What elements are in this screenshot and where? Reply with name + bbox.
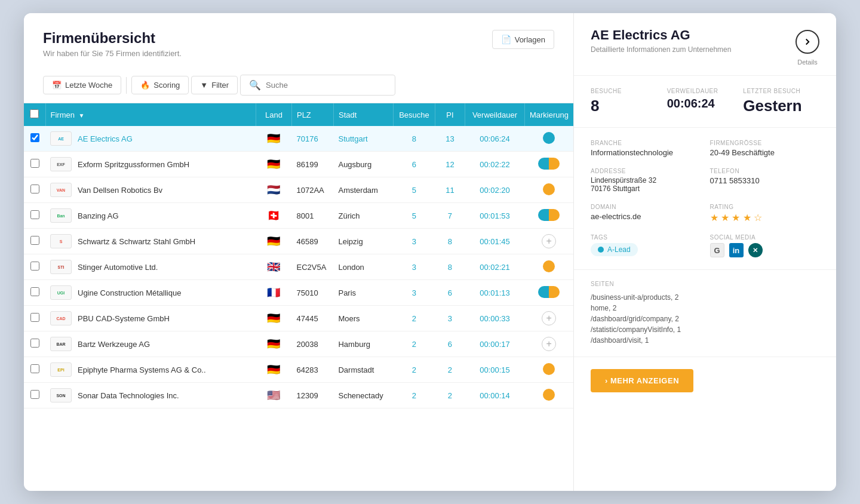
tag-dot <box>598 247 604 253</box>
toggle-icon[interactable] <box>538 286 560 298</box>
th-firmen[interactable]: Firmen ▼ <box>45 103 256 126</box>
letzte-woche-button[interactable]: 📅 Letzte Woche <box>43 76 121 94</box>
search-input[interactable] <box>266 81 386 90</box>
row-verweildauer-cell: 00:02:21 <box>465 254 524 280</box>
toggle-icon[interactable] <box>538 158 560 170</box>
row-pi-cell: 12 <box>435 152 465 177</box>
row-besuche-cell: 3 <box>393 280 435 306</box>
xing-icon[interactable]: ✕ <box>748 243 763 257</box>
row-markierung-cell[interactable]: + <box>524 306 573 331</box>
row-pi-cell: 8 <box>435 254 465 280</box>
row-markierung-cell[interactable] <box>524 126 573 152</box>
info-telefon: TELEFON 0711 5853310 <box>710 168 820 193</box>
detail-link[interactable]: Details <box>797 59 818 66</box>
row-stadt-cell: Augsburg <box>333 152 393 177</box>
firmengroesse-label: FIRMENGRÖSSE <box>710 140 820 146</box>
row-markierung-cell[interactable] <box>524 357 573 383</box>
toolbar: 📅 Letzte Woche 🔥 Scoring ▼ Filter 🔍 <box>24 67 573 103</box>
select-all-checkbox[interactable] <box>30 109 39 118</box>
row-checkbox[interactable] <box>30 364 39 373</box>
row-markierung-cell[interactable]: + <box>524 229 573 254</box>
row-besuche-cell: 3 <box>393 229 435 254</box>
table-row: SONSonar Data Technologies Inc.🇺🇸12309Sc… <box>24 383 573 408</box>
row-markierung-cell[interactable] <box>524 383 573 408</box>
row-stadt-cell: Leipzig <box>333 229 393 254</box>
row-stadt-cell: Zürich <box>333 203 393 229</box>
row-checkbox[interactable] <box>30 133 39 142</box>
row-flag-cell: 🇩🇪 <box>256 229 291 254</box>
row-flag-cell: 🇩🇪 <box>256 126 291 152</box>
plus-circle-icon[interactable]: + <box>542 311 556 325</box>
row-stadt-cell: Moers <box>333 306 393 331</box>
row-checkbox[interactable] <box>30 339 39 348</box>
th-markierung: Markierung <box>524 103 573 126</box>
scoring-button[interactable]: 🔥 Scoring <box>131 76 189 94</box>
row-checkbox[interactable] <box>30 390 39 399</box>
row-checkbox[interactable] <box>30 262 39 271</box>
row-checkbox-cell <box>24 229 45 254</box>
row-company-cell: CADPBU CAD-Systeme GmbH <box>45 306 256 331</box>
row-markierung-cell[interactable] <box>524 177 573 203</box>
search-box[interactable]: 🔍 <box>240 75 395 96</box>
stat-verweildauer-value: 00:06:24 <box>667 97 744 110</box>
filter-button[interactable]: ▼ Filter <box>191 76 238 94</box>
info-branche: BRANCHE Informationstechnologie <box>591 140 701 157</box>
toolbar-divider-1 <box>126 77 127 94</box>
plus-circle-icon[interactable]: + <box>542 234 556 248</box>
page-header: Firmenübersicht 📄 Vorlagen Wir haben für… <box>24 13 573 67</box>
row-markierung-cell[interactable] <box>524 254 573 280</box>
seiten-item: /business-unit-a/products, 2 <box>591 292 819 303</box>
flag-icon: 🇨🇭 <box>267 210 280 222</box>
calendar-icon: 📅 <box>52 81 62 90</box>
row-checkbox[interactable] <box>30 159 39 168</box>
row-company-cell: STIStinger Automotive Ltd. <box>45 254 256 280</box>
row-pi-cell: 7 <box>435 203 465 229</box>
row-checkbox[interactable] <box>30 185 39 193</box>
row-markierung-cell[interactable]: + <box>524 331 573 357</box>
page-title: Firmenübersicht <box>43 30 155 47</box>
detail-next-button[interactable] <box>796 30 819 54</box>
left-panel: Firmenübersicht 📄 Vorlagen Wir haben für… <box>24 13 573 491</box>
rating-label: RATING <box>710 204 820 210</box>
document-icon: 📄 <box>501 35 511 44</box>
row-checkbox[interactable] <box>30 313 39 322</box>
mehr-anzeigen-button[interactable]: › MEHR ANZEIGEN <box>591 369 693 392</box>
linkedin-icon[interactable]: in <box>729 243 744 257</box>
row-verweildauer-cell: 00:02:20 <box>465 177 524 203</box>
stat-verweildauer-label: VERWEILDAUER <box>667 88 744 94</box>
company-name: Stinger Automotive Ltd. <box>78 263 158 272</box>
row-besuche-cell: 3 <box>393 254 435 280</box>
companies-table: Firmen ▼ Land PLZ Stadt Besuche PI Verwe… <box>24 103 573 408</box>
table-row: EPIEpiphyte Pharma Systems AG & Co..🇩🇪64… <box>24 357 573 383</box>
row-checkbox[interactable] <box>30 287 39 296</box>
info-addresse: ADDRESSE Lindenspürstraße 3270176 Stuttg… <box>591 168 701 193</box>
company-name: Van Dellsen Robotics Bv <box>78 186 162 195</box>
filter-icon: ▼ <box>200 81 208 90</box>
dot-yellow-icon <box>543 363 555 375</box>
company-name: Ugine Construction Métallique <box>78 288 181 297</box>
row-stadt-cell: London <box>333 254 393 280</box>
info-domain: DOMAIN ae-electrics.de <box>591 204 701 223</box>
table-row: VANVan Dellsen Robotics Bv🇳🇱1072AAAmster… <box>24 177 573 203</box>
row-markierung-cell[interactable] <box>524 152 573 177</box>
row-checkbox[interactable] <box>30 210 39 219</box>
row-markierung-cell[interactable] <box>524 280 573 306</box>
row-markierung-cell[interactable] <box>524 203 573 229</box>
scoring-icon: 🔥 <box>140 81 150 90</box>
company-name-link[interactable]: AE Electrics AG <box>78 134 133 143</box>
row-company-cell: AEAE Electrics AG <box>45 126 256 152</box>
search-icon: 🔍 <box>249 79 261 91</box>
row-flag-cell: 🇬🇧 <box>256 254 291 280</box>
table-row: STIStinger Automotive Ltd.🇬🇧EC2V5ALondon… <box>24 254 573 280</box>
company-name: Sonar Data Technologies Inc. <box>78 391 179 400</box>
row-flag-cell: 🇳🇱 <box>256 177 291 203</box>
toggle-icon[interactable] <box>538 209 560 221</box>
vorlagen-button[interactable]: 📄 Vorlagen <box>492 30 554 49</box>
addresse-label: ADDRESSE <box>591 168 701 174</box>
row-checkbox[interactable] <box>30 236 39 245</box>
plus-circle-icon[interactable]: + <box>542 337 556 351</box>
info-tags: TAGS A-Lead <box>591 234 701 257</box>
google-icon[interactable]: G <box>710 243 724 257</box>
row-plz-cell: 8001 <box>291 203 333 229</box>
row-verweildauer-cell: 00:00:33 <box>465 306 524 331</box>
